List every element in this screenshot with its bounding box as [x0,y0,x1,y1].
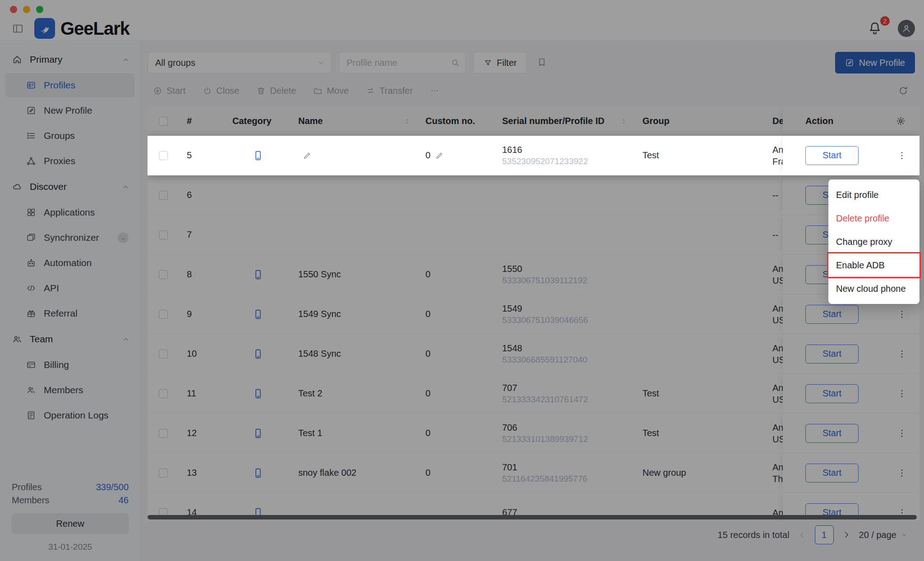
menu-item-change-proxy[interactable]: Change proxy [828,230,919,253]
group-cell: Test [635,136,765,175]
menu-item-delete-profile[interactable]: Delete profile [828,207,919,230]
phone-icon [252,150,264,161]
row-context-menu: Edit profileDelete profileChange proxyEn… [828,179,919,304]
row-number: 5 [179,136,225,175]
edit-name-icon[interactable] [303,151,312,160]
row-checkbox[interactable] [159,151,168,160]
table-row: 5 0 1616535230952071233922 Test AnFra St… [148,136,919,175]
menu-item-enable-adb[interactable]: Enable ADB [828,253,919,277]
kebab-menu-icon[interactable] [897,151,907,161]
serial-cell: 1616535230952071233922 [495,136,635,175]
custom-no-cell: 0 [418,136,495,175]
start-button[interactable]: Start [805,146,859,165]
profile-name-cell [291,136,418,175]
menu-item-new-cloud-phone[interactable]: New cloud phone [828,277,919,300]
dim-overlay [0,0,924,561]
row-action-panel: Start [783,136,919,175]
geelark-app-window: GeeLark 2 Primary Profiles New Profile [0,0,924,561]
edit-custom-no-icon[interactable] [435,151,444,160]
menu-item-edit-profile[interactable]: Edit profile [828,183,919,207]
